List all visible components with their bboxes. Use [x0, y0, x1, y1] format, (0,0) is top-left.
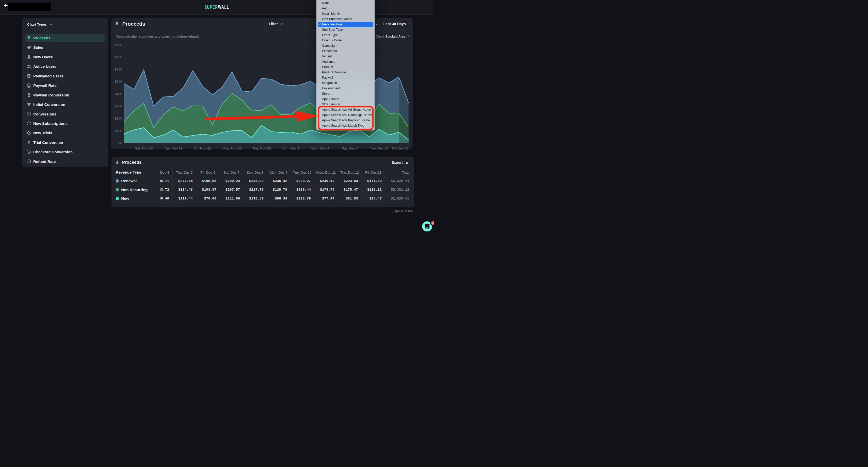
svg-text:$: $ [28, 36, 30, 40]
